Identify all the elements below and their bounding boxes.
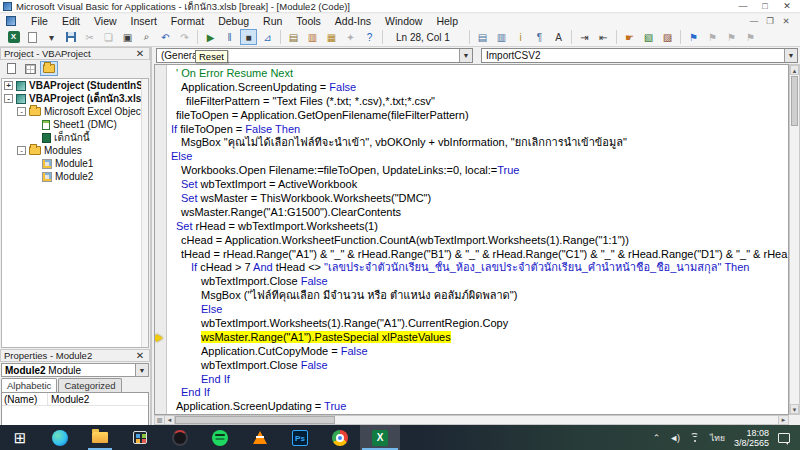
menu-item-insert[interactable]: Insert <box>124 14 164 28</box>
scroll-down-icon[interactable]: ▼ <box>790 404 799 414</box>
child-window-icon[interactable] <box>6 16 16 26</box>
edge-app-button[interactable] <box>40 425 80 450</box>
procedure-dropdown[interactable]: ImportCSV2 ▼ <box>481 48 798 63</box>
code-line[interactable]: MsgBox ("ไฟล์ที่คุณเลือก มีจำนวน หรือ ตำ… <box>168 289 788 303</box>
help-icon[interactable]: ? <box>361 29 378 45</box>
keyboard-language-indicator[interactable]: ไทย <box>710 431 725 445</box>
code-line[interactable]: Workbooks.Open Filename:=fileToOpen, Upd… <box>168 164 788 178</box>
speaker-icon[interactable]: ◄) <box>669 433 679 443</box>
menu-item-view[interactable]: View <box>87 14 124 28</box>
properties-window-icon[interactable]: ▥ <box>304 29 321 45</box>
clear-bookmarks-icon[interactable]: ⚑ <box>742 29 759 45</box>
toolbox-icon[interactable]: ▦ <box>323 29 340 45</box>
chrome-app-button[interactable] <box>320 425 360 450</box>
dark-circle-app-button[interactable] <box>160 425 200 450</box>
redo-icon[interactable]: ↷ <box>176 29 193 45</box>
view-code-button[interactable] <box>2 61 20 76</box>
collapse-icon[interactable]: - <box>4 94 13 103</box>
horizontal-scroll-thumb[interactable] <box>175 416 335 424</box>
menu-item-window[interactable]: Window <box>378 14 429 28</box>
code-line[interactable]: Application.ScreenUpdating = False <box>168 81 788 95</box>
code-line[interactable]: MsgBox "คุณไม่ได้เลือกไฟล์ที่จะนำเข้า", … <box>168 136 788 150</box>
child-minimize-button[interactable]: — <box>746 14 762 28</box>
toggle-folders-button[interactable] <box>40 61 58 76</box>
code-line[interactable]: End If <box>168 386 788 400</box>
menu-item-edit[interactable]: Edit <box>55 14 87 28</box>
copy-icon[interactable]: ❏ <box>100 29 117 45</box>
project-explorer-icon[interactable]: ▤ <box>285 29 302 45</box>
undo-icon[interactable]: ↶ <box>157 29 174 45</box>
code-line[interactable]: If fileToOpen = False Then <box>168 123 788 137</box>
tray-expand-icon[interactable]: ⌃ <box>653 433 661 443</box>
start-button[interactable]: ⊞ <box>0 425 40 450</box>
code-line[interactable]: wsMaster.Range("A1").PasteSpecial xlPast… <box>168 331 788 345</box>
wifi-icon[interactable] <box>688 433 701 442</box>
properties-panel-close-icon[interactable]: ✕ <box>134 350 146 361</box>
paste-icon[interactable]: ▣ <box>119 29 136 45</box>
project-tree-scrollbar[interactable] <box>141 79 148 347</box>
menu-item-tools[interactable]: Tools <box>289 14 328 28</box>
code-line[interactable]: End If <box>168 373 788 387</box>
code-line[interactable]: If cHead > 7 And tHead <> "เลขประจำตัวนั… <box>168 261 788 275</box>
code-line[interactable]: Set rHead = wbTextImport.Worksheets(1) <box>168 220 788 234</box>
menu-item-file[interactable]: File <box>24 14 55 28</box>
design-mode-icon[interactable]: ⊿ <box>259 29 276 45</box>
code-line[interactable]: wbTextImport.Worksheets(1).Range("A1").C… <box>168 317 788 331</box>
tree-item[interactable]: Module1 <box>2 157 148 170</box>
code-line[interactable]: tHead = rHead.Range("A1") & "_" & rHead.… <box>168 248 788 262</box>
toggle-breakpoint-icon[interactable]: ☛ <box>621 29 638 45</box>
code-line[interactable]: wbTextImport.Close False <box>168 359 788 373</box>
expand-icon[interactable]: + <box>4 81 13 90</box>
find-icon[interactable]: ⌕ <box>138 29 155 45</box>
tree-item[interactable]: -Microsoft Excel Objects <box>2 105 148 118</box>
store-app-button[interactable] <box>120 425 160 450</box>
parameter-info-icon[interactable]: ¶ <box>531 29 548 45</box>
minimize-button[interactable]: — <box>732 0 754 13</box>
vertical-scrollbar[interactable]: ▲ ▼ <box>789 64 800 415</box>
toggle-bookmark-icon[interactable]: ⚑ <box>685 29 702 45</box>
code-line[interactable]: wsMaster.Range("A1:G1500").ClearContents <box>168 206 788 220</box>
insert-userform-icon[interactable] <box>24 29 41 45</box>
object-browser-icon[interactable]: ✦ <box>342 29 359 45</box>
tab-alphabetic[interactable]: Alphabetic <box>1 378 57 392</box>
tree-item[interactable]: Module2 <box>2 170 148 183</box>
menu-item-debug[interactable]: Debug <box>211 14 256 28</box>
indent-icon[interactable]: ⇥ <box>576 29 593 45</box>
tree-item[interactable]: -Modules <box>2 144 148 157</box>
code-line[interactable]: Application.CutCopyMode = False <box>168 345 788 359</box>
menu-item-help[interactable]: Help <box>429 14 465 28</box>
menu-item-run[interactable]: Run <box>256 14 289 28</box>
scroll-up-icon[interactable]: ▲ <box>790 65 799 75</box>
code-line[interactable]: wbTextImport.Close False <box>168 275 788 289</box>
spotify-app-button[interactable] <box>200 425 240 450</box>
action-center-icon[interactable] <box>778 433 790 443</box>
chevron-down-icon[interactable]: ▼ <box>135 364 148 376</box>
code-line[interactable]: ' On Error Resume Next <box>168 67 788 81</box>
code-line[interactable]: cHead = Application.WorksheetFunction.Co… <box>168 234 788 248</box>
reset-icon[interactable]: ■ <box>240 29 257 45</box>
code-line[interactable]: Set wbTextImport = ActiveWorkbook <box>168 178 788 192</box>
outdent-icon[interactable]: ⇤ <box>595 29 612 45</box>
code-line[interactable]: Application.ScreenUpdating = True <box>168 400 788 414</box>
menu-item-format[interactable]: Format <box>164 14 211 28</box>
excel-app-button[interactable]: X <box>360 425 400 450</box>
scroll-right-icon[interactable]: ► <box>778 416 788 424</box>
tree-item[interactable]: -VBAProject (เด็กนัก3.xlsb) <box>2 92 148 105</box>
quick-info-icon[interactable]: i <box>512 29 529 45</box>
cut-icon[interactable]: ✂ <box>81 29 98 45</box>
split-handle-icon[interactable]: ▥ <box>155 416 165 424</box>
object-dropdown[interactable]: (General) Reset ▼ <box>156 48 473 63</box>
list-constants-icon[interactable]: ▥ <box>493 29 510 45</box>
next-bookmark-icon[interactable]: ⚑ <box>704 29 721 45</box>
collapse-icon[interactable]: - <box>17 146 26 155</box>
view-object-button[interactable] <box>21 61 39 76</box>
code-line[interactable]: fileToOpen = Application.GetOpenFilename… <box>168 109 788 123</box>
project-panel-close-icon[interactable]: ✕ <box>134 48 146 59</box>
vlc-app-button[interactable] <box>240 425 280 450</box>
tab-categorized[interactable]: Categorized <box>58 378 121 392</box>
file-explorer-app-button[interactable] <box>80 425 120 450</box>
clock[interactable]: 18:08 3/8/2565 <box>734 428 769 448</box>
photoshop-app-button[interactable]: Ps <box>280 425 320 450</box>
code-line[interactable]: Else <box>168 150 788 164</box>
complete-word-icon[interactable]: A <box>550 29 567 45</box>
